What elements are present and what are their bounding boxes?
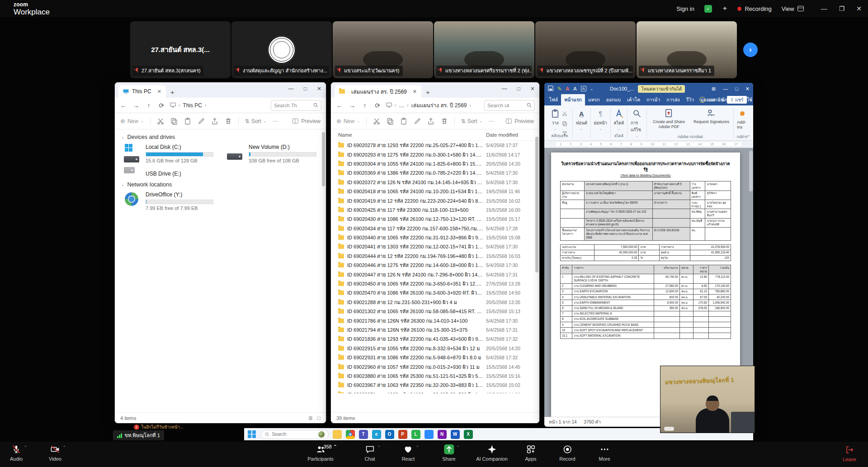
word-count[interactable]: 3760 คำ: [584, 419, 601, 425]
video-tile[interactable]: แขวงทางหลวงนครราชสีมา 1: [637, 21, 737, 78]
explorer2-minimize-button[interactable]: —: [502, 86, 507, 92]
explorer2-scrollbar[interactable]: [535, 137, 538, 272]
share-document-button[interactable]: ⇪ แชร์: [727, 96, 747, 104]
font-button[interactable]: A̲ ฟอนต์⌄: [576, 109, 587, 131]
save-icon[interactable]: [548, 86, 553, 92]
file-row[interactable]: ID 69020372 สาย 126 N รหัส 24100 กม.14-1…: [331, 178, 539, 187]
more-options-icon[interactable]: ⋯: [488, 118, 494, 124]
taskbar-icon-powerpoint[interactable]: P: [398, 430, 407, 439]
font-color-icon[interactable]: A: [566, 86, 569, 91]
grow-font-icon[interactable]: A: [573, 86, 576, 91]
file-row[interactable]: ID 69020447 สาย 126 N รหัส 24100 กม.7-29…: [331, 270, 539, 279]
word-close-button[interactable]: ✕: [745, 86, 750, 92]
breadcrumb-ellipsis[interactable]: …: [399, 102, 404, 109]
styles-button[interactable]: สไตล์⌄: [614, 109, 624, 131]
copy-icon[interactable]: [562, 120, 567, 128]
start-button[interactable]: [248, 430, 256, 438]
breadcrumb[interactable]: › … › เล่มแผนร่าง สร. ปี 2569 ›: [386, 101, 480, 110]
word-maximize-button[interactable]: □: [735, 86, 738, 91]
large-icons-view-icon[interactable]: □: [317, 415, 321, 421]
explorer1-tab[interactable]: This PC ✕: [118, 85, 166, 98]
taskbar-icon-onenote[interactable]: N: [438, 430, 447, 439]
details-view-icon[interactable]: ≣: [308, 415, 313, 421]
highlighter-icon[interactable]: ✎: [557, 86, 561, 92]
copy-icon[interactable]: [387, 118, 394, 125]
delete-icon[interactable]: [441, 118, 448, 125]
toolbar-record-button[interactable]: Record: [559, 444, 575, 462]
toolbar-react-button[interactable]: ⌃React: [402, 444, 415, 462]
rename-icon[interactable]: [198, 118, 205, 125]
taskbar-icon-chrome[interactable]: [346, 430, 355, 439]
breadcrumb-folder[interactable]: เล่มแผนร่าง สร. ปี 2569: [411, 101, 467, 110]
up-icon[interactable]: ↑: [145, 102, 153, 109]
ribbon-tab-หน้าแรก[interactable]: หน้าแรก: [561, 94, 585, 105]
paste-icon[interactable]: [400, 118, 407, 125]
taskbar-search-input[interactable]: Search: [261, 430, 329, 439]
explorer1-close-button[interactable]: ✕: [317, 86, 321, 92]
create-share-adobe-pdf-button[interactable]: Create and Share Adobe PDF: [650, 109, 688, 129]
explorer2-search-input[interactable]: Search เล: [484, 100, 535, 111]
file-row[interactable]: ID 69022931 สาย 1086 รหัส 22200 กม.5-948…: [331, 353, 539, 362]
file-row[interactable]: ID 69021302 สาย 1065 รหัส 26100 กม.58-08…: [331, 307, 539, 316]
tab-close-icon[interactable]: ✕: [157, 89, 161, 95]
drive-item[interactable]: DriveOffice (Y:)7.99 EB free of 7.99 EB: [124, 191, 227, 211]
file-row[interactable]: ID 69023967 สาย 1063 รหัส 22350 กม.32-20…: [331, 381, 539, 390]
ribbon-tab-ออกแบ[interactable]: ออกแบ: [603, 94, 624, 105]
explorer1-maximize-button[interactable]: □: [304, 86, 307, 92]
section-header[interactable]: ⌄Devices and drives: [121, 134, 326, 140]
preview-button[interactable]: Preview: [506, 118, 534, 124]
cut-icon[interactable]: [562, 110, 567, 118]
taskbar-icon-file-explorer[interactable]: [333, 430, 342, 439]
taskbar-icon-excel[interactable]: X: [464, 430, 473, 439]
ribbon-collapse-icon[interactable]: ⌃: [747, 134, 750, 139]
up-icon[interactable]: ↑: [361, 102, 369, 109]
taskbar-icon-teams[interactable]: T: [359, 430, 368, 439]
new-tab-button[interactable]: +: [170, 88, 175, 96]
video-tile[interactable]: งานพัสดุและสัญญา สำนักก่อสร้างทาง...: [231, 21, 332, 78]
ribbon-display-icon[interactable]: ⊞: [712, 86, 716, 92]
new-button[interactable]: ⊕New⌄: [120, 118, 144, 124]
explorer1-search-input[interactable]: Search Th: [271, 100, 321, 111]
self-view-video[interactable]: แขวงทางหลวงพิษณุโลกที่ 1: [660, 366, 755, 433]
file-row[interactable]: ID 69020419 สาย 12 รหัส 22200 กม.223-200…: [331, 196, 539, 205]
file-row[interactable]: ID 69021794 สาย 126N รหัส 26100 กม.15-30…: [331, 325, 539, 334]
toolbar-apps-button[interactable]: Apps: [525, 444, 536, 462]
preview-button[interactable]: Preview: [292, 118, 321, 124]
tab-close-icon[interactable]: ✕: [413, 89, 417, 95]
column-name[interactable]: Name: [338, 132, 352, 138]
request-signatures-button[interactable]: Request Signatures: [692, 109, 730, 129]
video-tile[interactable]: 27.สายันต์ สทล.3(...27.สายันต์ สทล.3(สกล…: [130, 21, 231, 78]
file-row[interactable]: ID 69020418 สาย 1065 รหัส 24100 กม.10-20…: [331, 187, 539, 196]
explorer1-minimize-button[interactable]: —: [288, 86, 294, 92]
video-chevron-icon[interactable]: ⌃: [62, 445, 66, 450]
ribbon-tab-รีวิว[interactable]: รีวิว: [683, 94, 697, 105]
page-indicator[interactable]: หน้า 1 จาก 14: [549, 419, 577, 425]
video-tile[interactable]: แขวงสระแก้ว(วัฒนานคร): [333, 21, 433, 78]
toolbar-share-button[interactable]: ⌃Share: [442, 444, 455, 462]
minimize-button[interactable]: —: [821, 5, 827, 12]
sign-in-button[interactable]: Sign in: [676, 5, 694, 12]
file-row[interactable]: ID 69020304 สาย 1055 รหัส 24100 กม.1-825…: [331, 159, 539, 168]
rename-icon[interactable]: [414, 118, 421, 125]
explorer1-scrollbar[interactable]: [322, 132, 325, 186]
breadcrumb-this-pc[interactable]: This PC: [183, 102, 202, 109]
forward-icon[interactable]: →: [348, 102, 356, 109]
explorer2-tab[interactable]: เล่มแผนร่าง สร. ปี 2569 ✕: [335, 85, 421, 98]
file-row[interactable]: ID 69023971 สาย 1063 รหัส 24100 กม.22-09…: [331, 390, 539, 393]
next-page-arrow-button[interactable]: ›: [743, 43, 758, 57]
paste-icon[interactable]: [184, 118, 191, 125]
column-date-modified[interactable]: Date modified: [486, 132, 539, 138]
file-row[interactable]: ID 69022960 สาย 1057 รหัส 22200 กม.0-015…: [331, 362, 539, 371]
file-row[interactable]: ID 69023880 สาย 1065 รหัส 25300 กม.51-12…: [331, 372, 539, 381]
share-icon[interactable]: [211, 118, 218, 125]
cut-icon[interactable]: [373, 118, 380, 125]
forward-icon[interactable]: →: [132, 102, 140, 109]
file-row[interactable]: ID 69020450 สาย 1065 รหัส 22200 กม.3-650…: [331, 279, 539, 288]
file-row[interactable]: ID 69020434 สาย 117 รหัส 22200 กม.157-60…: [331, 224, 539, 233]
file-row[interactable]: ID 69022915 สาย 1055 รหัส 22200 กม.8-332…: [331, 344, 539, 353]
styles-box-icon[interactable]: A: [581, 86, 586, 91]
ribbon-tab-file[interactable]: ไฟล์: [546, 94, 561, 105]
taskbar-icon-edge[interactable]: e: [372, 430, 381, 439]
toolbar-audio-button[interactable]: ⌃ Audio: [10, 444, 23, 462]
file-row[interactable]: ID 69021836 สาย 1293 รหัส 22200 กม.41-03…: [331, 334, 539, 343]
